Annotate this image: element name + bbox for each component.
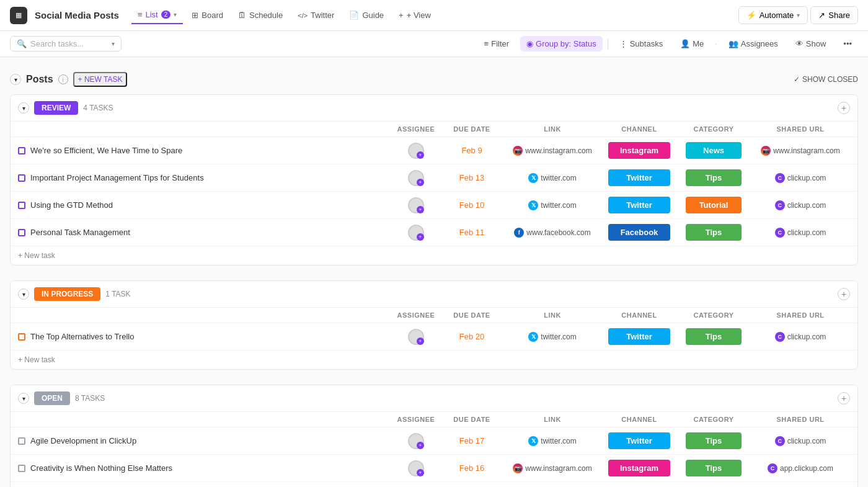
show-closed-button[interactable]: ✓ SHOW CLOSED (794, 75, 858, 84)
category-cell: Tips (676, 169, 751, 186)
due-date-cell: Feb 10 (441, 200, 503, 210)
due-date-cell: Feb 17 (441, 436, 503, 445)
link-cell[interactable]: 𝕏 twitter.com (503, 200, 602, 210)
schedule-icon: 🗓 (238, 11, 246, 20)
in-progress-table-header: ASSIGNEE DUE DATE LINK CHANNEL CATEGORY … (11, 308, 857, 323)
in-progress-new-task-row[interactable]: + New task (11, 351, 857, 369)
me-button[interactable]: 👤 Me (674, 36, 710, 51)
col-due-date: DUE DATE (441, 125, 503, 133)
link-cell[interactable]: 𝕏 twitter.com (503, 332, 602, 342)
table-row[interactable]: We're so Efficient, We Have Time to Spar… (11, 137, 857, 164)
link-text: www.instagram.com (525, 146, 591, 155)
shared-url-cell[interactable]: C clickup.com (751, 436, 850, 446)
instagram-shared-icon: 📷 (761, 146, 771, 156)
review-add-icon[interactable]: + (838, 102, 850, 114)
search-dropdown-icon[interactable]: ▾ (112, 40, 115, 47)
col-name (18, 311, 391, 319)
shared-url-cell[interactable]: C clickup.com (751, 228, 850, 238)
tab-guide-label: Guide (362, 11, 384, 20)
filter-button[interactable]: ≡ Filter (478, 36, 515, 51)
separator-dot: · (715, 39, 717, 48)
task-checkbox[interactable] (18, 229, 25, 236)
channel-badge: Instagram (608, 142, 670, 159)
task-checkbox[interactable] (18, 465, 25, 472)
shared-url-cell[interactable]: 📷 www.instagram.com (751, 146, 850, 156)
avatar (408, 460, 424, 476)
table-row[interactable]: Goal Tracking Feb 18 f www.facebook.com … (11, 482, 857, 487)
task-name: Important Project Management Tips for St… (18, 173, 391, 182)
tab-view[interactable]: + + View (392, 7, 437, 24)
review-collapse-icon[interactable]: ▾ (18, 102, 29, 114)
in-progress-add-icon[interactable]: + (838, 288, 850, 300)
col-link: LINK (503, 125, 602, 133)
table-row[interactable]: Important Project Management Tips for St… (11, 164, 857, 192)
assignees-icon: 👥 (728, 39, 738, 48)
posts-title: Posts (26, 74, 53, 85)
tab-twitter[interactable]: </> Twitter (291, 7, 340, 24)
tab-list-label[interactable]: List (145, 10, 157, 19)
link-cell[interactable]: 📷 www.instagram.com (503, 463, 602, 473)
task-checkbox[interactable] (18, 437, 25, 445)
link-cell[interactable]: 𝕏 twitter.com (503, 436, 602, 446)
table-row[interactable]: Agile Development in ClickUp Feb 17 𝕏 tw… (11, 427, 857, 455)
table-row[interactable]: Personal Task Management Feb 11 f www.fa… (11, 219, 857, 246)
shared-url-cell[interactable]: C clickup.com (751, 200, 850, 210)
review-new-task-row[interactable]: + New task (11, 246, 857, 265)
list-icon: ≡ (138, 10, 143, 19)
link-text: twitter.com (541, 201, 576, 210)
tab-board[interactable]: ⊞ Board (185, 7, 229, 24)
tab-guide[interactable]: 📄 Guide (343, 7, 390, 24)
clickup-shared-icon: C (775, 200, 785, 210)
top-nav: ▦ Social Media Posts ≡ List 2 ▾ ⊞ Board … (0, 0, 868, 31)
category-badge: Tutorial (686, 197, 742, 213)
col-channel: CHANNEL (602, 311, 676, 319)
clickup-shared-icon: C (775, 332, 785, 342)
chevron-down-icon[interactable]: ▾ (174, 11, 177, 18)
channel-badge: Twitter (608, 197, 670, 213)
clickup-shared-icon: C (775, 228, 785, 238)
link-cell[interactable]: f www.facebook.com (503, 228, 602, 238)
task-checkbox[interactable] (18, 202, 25, 209)
table-row[interactable]: The Top Alternatives to Trello Feb 20 𝕏 … (11, 323, 857, 351)
task-checkbox[interactable] (18, 333, 25, 341)
twitter-link-icon: 𝕏 (528, 332, 538, 342)
automate-button[interactable]: ⚡ Automate ▾ (738, 6, 808, 24)
guide-icon: 📄 (349, 11, 359, 20)
link-cell[interactable]: 📷 www.instagram.com (503, 146, 602, 156)
posts-collapse-icon[interactable]: ▾ (10, 74, 21, 85)
show-button[interactable]: 👁 Show (789, 36, 833, 51)
search-icon: 🔍 (17, 39, 27, 48)
share-button[interactable]: ↗ Share (810, 6, 858, 24)
shared-url-cell[interactable]: C app.clickup.com (751, 463, 850, 473)
group-icon: ◉ (526, 39, 533, 48)
assignees-button[interactable]: 👥 Assignees (722, 36, 784, 51)
channel-cell: Facebook (602, 224, 676, 241)
category-badge: Tips (686, 169, 742, 186)
link-cell[interactable]: 𝕏 twitter.com (503, 173, 602, 183)
task-checkbox[interactable] (18, 174, 25, 182)
open-add-icon[interactable]: + (838, 392, 850, 404)
group-open-header: ▾ OPEN 8 TASKS + (11, 385, 857, 412)
shared-url-cell[interactable]: C clickup.com (751, 173, 850, 183)
twitter-link-icon: 𝕏 (528, 200, 538, 210)
open-collapse-icon[interactable]: ▾ (18, 393, 29, 404)
category-cell: Tips (676, 224, 751, 241)
group-by-button[interactable]: ◉ Group by: Status (520, 36, 603, 51)
col-assignee: ASSIGNEE (391, 416, 441, 423)
category-badge: Tips (686, 460, 742, 476)
link-text: www.instagram.com (525, 464, 591, 473)
task-checkbox[interactable] (18, 147, 25, 154)
col-assignee: ASSIGNEE (391, 311, 441, 319)
table-row[interactable]: Creativity is When Nothing Else Matters … (11, 455, 857, 482)
due-date-cell: Feb 9 (441, 146, 503, 155)
search-box[interactable]: 🔍 Search tasks... ▾ (10, 36, 122, 51)
posts-info-icon[interactable]: i (58, 74, 68, 84)
shared-url-cell[interactable]: C clickup.com (751, 332, 850, 342)
tab-schedule[interactable]: 🗓 Schedule (232, 7, 289, 24)
table-row[interactable]: Using the GTD Method Feb 10 𝕏 twitter.co… (11, 192, 857, 219)
in-progress-collapse-icon[interactable]: ▾ (18, 288, 29, 300)
subtasks-button[interactable]: ⋮ Subtasks (613, 36, 669, 51)
more-button[interactable]: ••• (837, 36, 858, 51)
col-shared-url: SHARED URL (751, 125, 850, 133)
new-task-button[interactable]: + NEW TASK (73, 72, 128, 87)
